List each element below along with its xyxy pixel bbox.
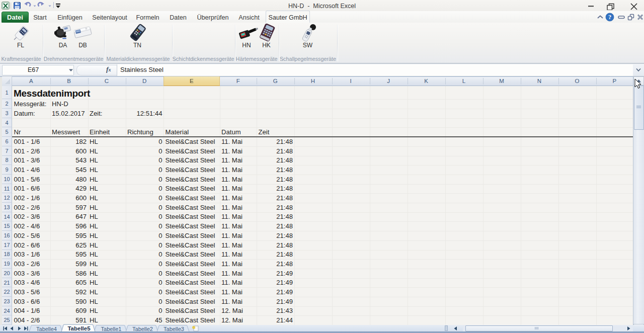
svg-text:?: ?: [608, 14, 611, 21]
